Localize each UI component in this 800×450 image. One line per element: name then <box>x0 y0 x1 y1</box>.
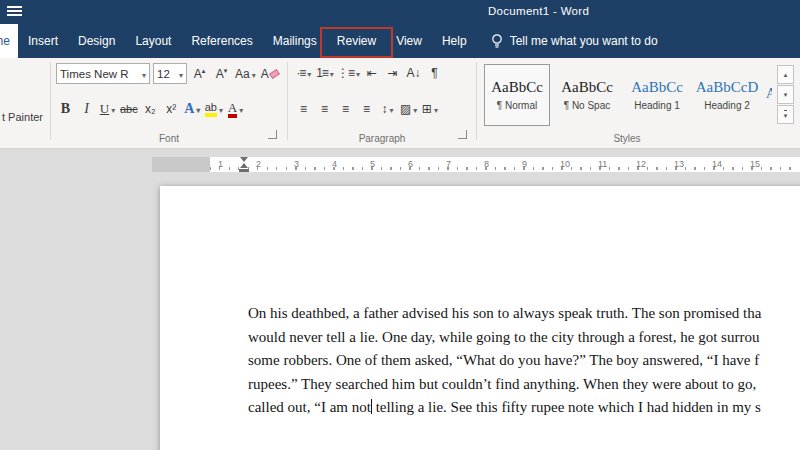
chevron-down-icon <box>140 68 146 80</box>
font-group-label: Font <box>56 133 282 144</box>
chevron-down-icon <box>387 102 393 116</box>
style-card[interactable]: AaBbCc ¶ No Spac <box>554 64 620 126</box>
tab-layout[interactable]: Layout <box>125 24 181 58</box>
tab-design[interactable]: Design <box>68 24 125 58</box>
ruler-number: 4 <box>332 159 337 169</box>
style-name: ¶ Normal <box>497 100 537 111</box>
shrink-font-button[interactable]: A <box>212 64 231 84</box>
ruler-number: 3 <box>294 159 299 169</box>
borders-button[interactable]: ⊞ <box>420 99 439 119</box>
increase-indent-button[interactable]: ⇥ <box>383 63 402 83</box>
justify-button[interactable]: ≡ <box>357 99 376 119</box>
numbering-button[interactable]: 1≡ <box>315 63 334 83</box>
ruler-number: 15 <box>750 159 760 169</box>
hamburger-menu-icon[interactable] <box>7 6 22 18</box>
grow-font-button[interactable]: A <box>190 64 209 84</box>
tab-mailings[interactable]: Mailings <box>263 24 327 58</box>
text-effects-glyph: A <box>184 101 194 117</box>
down-arrow-icon <box>224 67 228 81</box>
document-text-line: some robbers. One of them asked, “What d… <box>248 349 761 373</box>
superscript-button[interactable]: x² <box>162 99 181 119</box>
font-name-combobox[interactable]: Times New R <box>56 63 150 84</box>
hanging-indent-marker[interactable] <box>240 163 248 168</box>
paragraph-dialog-launcher[interactable] <box>458 130 467 139</box>
italic-button[interactable]: I <box>77 99 96 119</box>
chevron-down-icon <box>217 102 223 116</box>
document-page[interactable]: On his deathbed, a father advised his so… <box>160 186 800 450</box>
tab-review[interactable]: Review <box>327 24 386 58</box>
styles-gallery-more-button[interactable] <box>777 105 794 124</box>
style-preview: AaBbCc <box>631 79 683 96</box>
styles-scroll-up-button[interactable] <box>777 65 794 84</box>
ruler-number: 11 <box>598 159 607 169</box>
font-dialog-launcher[interactable] <box>268 130 277 139</box>
align-left-button[interactable]: ≡ <box>294 99 313 119</box>
paragraph-group-row1: ∙≡ 1≡ ⋮≡ ⇤ ⇥ A↓ ¶ <box>294 63 444 83</box>
decrease-indent-button[interactable]: ⇤ <box>362 63 381 83</box>
line-spacing-button[interactable]: ↕ <box>378 99 397 119</box>
show-hide-pilcrow-button[interactable]: ¶ <box>425 63 444 83</box>
underline-button[interactable]: U <box>98 99 117 119</box>
style-card[interactable]: AaBbCcD <box>764 64 772 126</box>
ruler-number: 2 <box>256 159 261 169</box>
paragraph-group-row2: ≡ ≡ ≡ ≡ ↕ ▨ ⊞ <box>294 99 439 119</box>
style-card[interactable]: AaBbCcD Heading 2 <box>694 64 760 126</box>
multilevel-list-button[interactable]: ⋮≡ <box>336 63 360 83</box>
tab-home[interactable]: Home <box>0 24 18 58</box>
highlight-glyph: ab <box>205 101 217 117</box>
shading-button[interactable]: ▨ <box>399 99 418 119</box>
styles-scroll-down-button[interactable] <box>777 85 794 104</box>
chevron-down-icon <box>177 68 183 80</box>
subscript-button[interactable]: x₂ <box>141 99 160 119</box>
ribbon: t Painter Times New R 12 A A Aa <box>0 58 800 149</box>
font-color-glyph: A <box>228 101 237 118</box>
tab-references[interactable]: References <box>181 24 262 58</box>
underline-glyph: U <box>100 101 109 117</box>
font-color-button[interactable]: A <box>226 99 245 119</box>
document-text-line: would never tell a lie. One day, while g… <box>248 326 761 350</box>
style-card[interactable]: AaBbCc ¶ Normal <box>484 64 550 126</box>
text-highlight-button[interactable]: ab <box>204 99 224 119</box>
document-text[interactable]: On his deathbed, a father advised his so… <box>248 302 761 420</box>
ruler-number: 10 <box>560 159 570 169</box>
ribbon-tab-bar: Home Insert Design Layout References Mai… <box>0 24 800 58</box>
eraser-icon <box>269 68 280 78</box>
style-card[interactable]: AaBbCc Heading 1 <box>624 64 690 126</box>
document-text-line: rupees.” They searched him but couldn’t … <box>248 373 761 397</box>
style-preview: AaBbCc <box>491 79 543 96</box>
bold-button[interactable]: B <box>56 99 75 119</box>
numbering-icon: 1≡ <box>316 66 328 80</box>
format-painter-button-partial[interactable]: t Painter <box>2 111 43 123</box>
clear-formatting-button[interactable]: A <box>260 64 280 84</box>
align-right-button[interactable]: ≡ <box>336 99 355 119</box>
bullets-button[interactable]: ∙≡ <box>294 63 313 83</box>
style-name: Heading 2 <box>704 100 750 111</box>
chevron-down-icon <box>237 102 243 116</box>
chevron-down-icon <box>305 66 310 80</box>
horizontal-ruler[interactable]: 123456789101112131415 <box>152 157 800 172</box>
chevron-down-icon <box>194 101 200 117</box>
ruler-number: 6 <box>408 159 413 169</box>
font-size-combobox[interactable]: 12 <box>153 63 187 84</box>
text-effects-button[interactable]: A <box>183 99 202 119</box>
first-line-indent-marker[interactable] <box>240 157 248 162</box>
sort-button[interactable]: A↓ <box>404 63 423 83</box>
align-center-button[interactable]: ≡ <box>315 99 334 119</box>
ruler-number: 12 <box>636 159 646 169</box>
tab-help[interactable]: Help <box>432 24 477 58</box>
ruler-number: 13 <box>674 159 684 169</box>
left-indent-marker[interactable] <box>239 169 249 172</box>
font-group-row1: Times New R 12 A A Aa A <box>56 63 280 84</box>
style-preview: AaBbCcD <box>766 85 772 102</box>
font-name-value: Times New R <box>60 68 129 80</box>
tab-view[interactable]: View <box>386 24 432 58</box>
change-case-button[interactable]: Aa <box>234 64 257 84</box>
tab-insert[interactable]: Insert <box>18 24 68 58</box>
ruler-number: 5 <box>370 159 375 169</box>
ruler-number: 14 <box>712 159 722 169</box>
style-name: Heading 1 <box>634 100 680 111</box>
tell-me-box[interactable]: Tell me what you want to do <box>491 24 658 58</box>
chevron-down-icon <box>432 102 438 116</box>
strikethrough-button[interactable]: abc <box>119 99 139 119</box>
group-separator <box>287 62 288 140</box>
